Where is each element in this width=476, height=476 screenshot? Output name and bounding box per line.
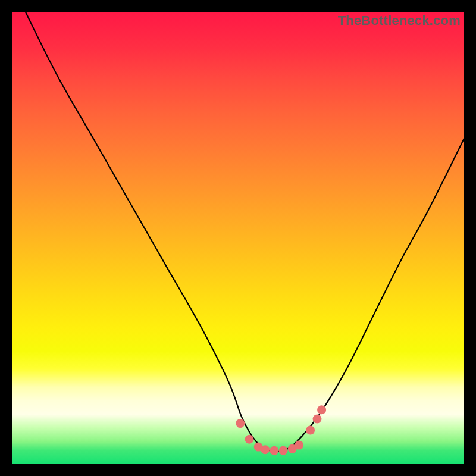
highlight-dot [306, 426, 315, 435]
highlight-dot [245, 435, 254, 444]
highlight-dot [236, 419, 245, 428]
plot-area: TheBottleneck.com [12, 12, 464, 464]
highlight-dot [270, 446, 278, 455]
outer-frame: TheBottleneck.com [0, 0, 476, 476]
highlight-dot [279, 446, 288, 455]
highlight-markers [236, 405, 326, 455]
highlight-dot [317, 405, 326, 414]
highlight-dot [261, 445, 270, 454]
bottleneck-curve-path [26, 12, 464, 452]
highlight-dot [313, 415, 322, 424]
chart-svg [12, 12, 464, 464]
highlight-dot [295, 441, 303, 450]
